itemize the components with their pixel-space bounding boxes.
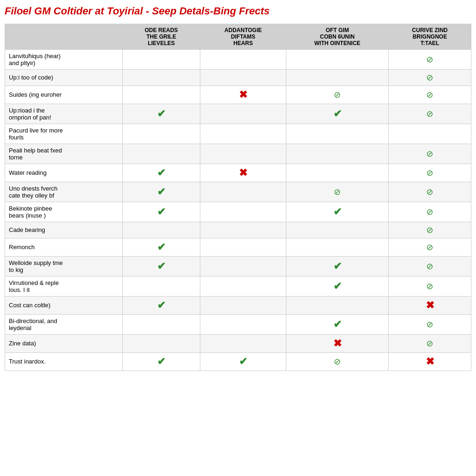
value-cell: [200, 334, 286, 352]
circle-icon: ⊘: [426, 73, 433, 82]
value-cell: ⊘: [389, 222, 471, 238]
table-row: Up:i too of code)⊘: [5, 69, 471, 86]
circle-icon: ⊘: [426, 225, 433, 235]
circle-icon: ⊘: [426, 282, 433, 291]
cross-icon: ✖: [239, 167, 247, 178]
check-icon: ✔: [157, 167, 165, 178]
check-icon: ✔: [239, 356, 247, 367]
feature-cell: Up:i too of code): [5, 69, 123, 86]
table-row: Zine data)✖⊘: [5, 334, 471, 352]
value-cell: ✔: [286, 104, 389, 124]
value-cell: ⊘: [389, 202, 471, 222]
table-row: Welloide supply tmeto kig✔✔⊘: [5, 256, 471, 276]
value-cell: [122, 314, 200, 334]
column-header-1: ODE READSTHE GRILELIEVELES: [122, 24, 200, 49]
feature-cell: Pacurd live for morefourls: [5, 124, 123, 144]
value-cell: [122, 144, 200, 164]
column-header-2: ADDANTOGIEDIFTAMSHEARS: [200, 24, 286, 49]
check-icon: ✔: [333, 318, 342, 330]
circle-icon: ⊘: [426, 109, 433, 119]
value-cell: [200, 144, 286, 164]
value-cell: [286, 222, 389, 238]
value-cell: ⊘: [389, 164, 471, 182]
value-cell: ⊘: [286, 182, 389, 202]
check-icon: ✔: [333, 206, 342, 218]
value-cell: ✔: [286, 256, 389, 276]
check-icon: ✔: [333, 260, 342, 272]
circle-icon: ⊘: [334, 357, 341, 366]
table-row: Remonch✔⊘: [5, 238, 471, 256]
value-cell: [122, 49, 200, 69]
circle-icon: ⊘: [334, 187, 341, 197]
value-cell: ⊘: [389, 276, 471, 296]
table-row: Peali help beat fxedtorne⊘: [5, 144, 471, 164]
value-cell: [200, 222, 286, 238]
column-header-3: OFT GIMCOBN 6UNINWITH OINTENICE: [286, 24, 389, 49]
value-cell: [286, 164, 389, 182]
table-row: Trust inardox.✔✔⊘✖: [5, 352, 471, 370]
value-cell: [200, 49, 286, 69]
feature-cell: Lanvituħiqus (hear)and pltyir): [5, 49, 123, 69]
value-cell: ✔: [122, 352, 200, 370]
table-row: Water reading✔✖⊘: [5, 164, 471, 182]
check-icon: ✔: [157, 206, 165, 218]
value-cell: ✖: [389, 296, 471, 314]
comparison-table: ODE READSTHE GRILELIEVELESADDANTOGIEDIFT…: [5, 24, 471, 371]
table-row: Pacurd live for morefourls: [5, 124, 471, 144]
value-cell: [286, 238, 389, 256]
feature-cell: Remonch: [5, 238, 123, 256]
value-cell: [200, 182, 286, 202]
circle-icon: ⊘: [426, 207, 433, 217]
circle-icon: ⊘: [426, 168, 433, 178]
value-cell: ⊘: [389, 256, 471, 276]
check-icon: ✔: [157, 260, 165, 272]
value-cell: ✖: [200, 86, 286, 104]
table-row: Suides (ing euroher✖⊘⊘: [5, 86, 471, 104]
value-cell: [200, 256, 286, 276]
value-cell: ⊘: [286, 352, 389, 370]
table-row: Lanvituħiqus (hear)and pltyir)⊘: [5, 49, 471, 69]
value-cell: [286, 49, 389, 69]
feature-cell: Cost can coltle): [5, 296, 123, 314]
cross-icon: ✖: [333, 337, 342, 349]
value-cell: ⊘: [389, 69, 471, 86]
circle-icon: ⊘: [426, 339, 433, 348]
value-cell: [200, 276, 286, 296]
table-row: Cade bearing⊘: [5, 222, 471, 238]
table-row: Virrutioned & replelous. I it✔⊘: [5, 276, 471, 296]
feature-cell: Uno dnests fverchcate they olley bf: [5, 182, 123, 202]
value-cell: ⊘: [389, 314, 471, 334]
feature-cell: Water reading: [5, 164, 123, 182]
circle-icon: ⊘: [426, 320, 433, 329]
check-icon: ✔: [157, 299, 165, 311]
table-row: Cost can coltle)✔✖: [5, 296, 471, 314]
value-cell: [122, 276, 200, 296]
check-icon: ✔: [157, 186, 165, 198]
value-cell: ✖: [286, 334, 389, 352]
value-cell: ✔: [286, 276, 389, 296]
value-cell: ⊘: [389, 49, 471, 69]
value-cell: ✔: [122, 256, 200, 276]
check-icon: ✔: [333, 108, 342, 119]
value-cell: ✔: [286, 202, 389, 222]
value-cell: [200, 202, 286, 222]
value-cell: [286, 124, 389, 144]
value-cell: ✖: [389, 352, 471, 370]
value-cell: ✔: [286, 314, 389, 334]
value-cell: ⊘: [389, 182, 471, 202]
value-cell: ✔: [122, 164, 200, 182]
circle-icon: ⊘: [426, 262, 433, 271]
value-cell: [122, 69, 200, 86]
value-cell: [286, 69, 389, 86]
column-header-0: [5, 24, 123, 49]
value-cell: [200, 69, 286, 86]
value-cell: [286, 144, 389, 164]
cross-icon: ✖: [426, 299, 434, 311]
value-cell: [200, 124, 286, 144]
check-icon: ✔: [333, 280, 342, 292]
feature-cell: Bekinote pinbeebears (inuse ): [5, 202, 123, 222]
feature-cell: Virrutioned & replelous. I it: [5, 276, 123, 296]
value-cell: [122, 86, 200, 104]
check-icon: ✔: [157, 108, 165, 119]
table-row: Bekinote pinbeebears (inuse )✔✔⊘: [5, 202, 471, 222]
